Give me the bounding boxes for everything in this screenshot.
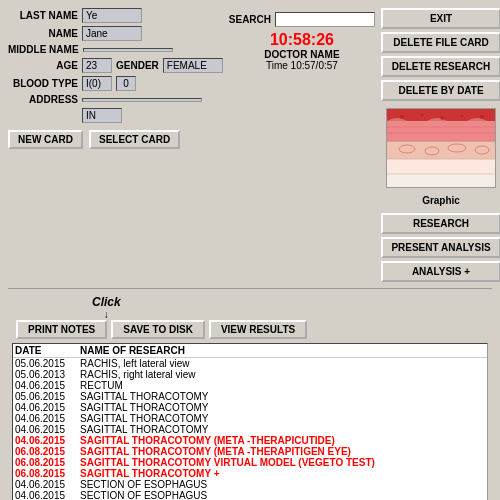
list-item[interactable]: 05.06.2015SAGITTAL THORACOTOMY [13,391,487,402]
print-notes-button[interactable]: PRINT NOTES [16,320,107,339]
middle-name-value [83,48,173,52]
list-item-date: 04.06.2015 [15,380,80,391]
list-item[interactable]: 04.06.2015SECTION OF ESOPHAGUS [13,479,487,490]
list-item-name: SAGITTAL THORACOTOMY (META -THERAPITIGEN… [80,446,485,457]
list-item-name: SAGITTAL THORACOTOMY + [80,468,485,479]
last-name-value: Ye [82,8,142,23]
age-label: AGE [8,60,78,71]
svg-rect-2 [387,121,496,141]
new-card-button[interactable]: NEW CARD [8,130,83,149]
address-value [82,98,202,102]
list-header-name: NAME OF RESEARCH [80,345,485,356]
research-button[interactable]: RESEARCH [381,213,500,234]
last-name-label: LAST NAME [8,10,78,21]
analysis-plus-button[interactable]: ANALYSIS + [381,261,500,282]
graphic-image [386,108,496,188]
blood-zero-value: 0 [116,76,136,91]
list-item-date: 04.06.2015 [15,435,80,446]
list-item-name: RACHIS, right lateral view [80,369,485,380]
list-item-date: 06.08.2015 [15,468,80,479]
delete-by-date-button[interactable]: DELETE BY DATE [381,80,500,101]
save-to-disk-button[interactable]: SAVE TO DISK [111,320,205,339]
time-small: Time 10:57/0:57 [266,60,338,71]
list-item[interactable]: 04.06.2015RECTUM [13,380,487,391]
gender-label: GENDER [116,60,159,71]
list-header-date: DATE [15,345,80,356]
select-card-button[interactable]: SELECT CARD [89,130,180,149]
list-item-date: 05.06.2015 [15,358,80,369]
blood-label: BLOOD TYPE [8,78,78,89]
time-display: 10:58:26 [270,31,334,49]
list-item-name: RACHIS, left lateral view [80,358,485,369]
list-item-name: SAGITTAL THORACOTOMY [80,391,485,402]
graphic-label: Graphic [381,195,500,206]
svg-point-9 [421,114,424,117]
research-list: DATE NAME OF RESEARCH 05.06.2015RACHIS, … [12,343,488,500]
svg-point-10 [440,116,444,120]
list-item[interactable]: 04.06.2015SAGITTAL THORACOTOMY [13,413,487,424]
list-item-date: 05.06.2013 [15,369,80,380]
list-item-date: 04.06.2015 [15,479,80,490]
list-item-name: RECTUM [80,380,485,391]
address-label: ADDRESS [8,94,78,105]
svg-rect-6 [387,159,496,174]
svg-point-12 [480,115,484,119]
middle-name-label: MIDDLE NAME [8,44,79,55]
list-item[interactable]: 06.08.2015SAGITTAL THORACOTOMY (META -TH… [13,446,487,457]
age-value: 23 [82,58,112,73]
list-item[interactable]: 06.08.2015SAGITTAL THORACOTOMY VIRTUAL M… [13,457,487,468]
list-item-date: 06.08.2015 [15,446,80,457]
list-item-date: 05.06.2015 [15,391,80,402]
list-item-date: 04.06.2015 [15,402,80,413]
click-arrow-icon: ↓ [104,309,109,320]
list-item-name: SAGITTAL THORACOTOMY [80,413,485,424]
delete-file-card-button[interactable]: DELETE FILE CARD [381,32,500,53]
click-label: Click [92,295,121,309]
view-results-button[interactable]: VIEW RESULTS [209,320,307,339]
list-item-name: SAGITTAL THORACOTOMY (META -THERAPICUTID… [80,435,485,446]
list-item[interactable]: 04.06.2015SAGITTAL THORACOTOMY [13,424,487,435]
list-item-name: SAGITTAL THORACOTOMY VIRTUAL MODEL (VEGE… [80,457,485,468]
list-item[interactable]: 06.08.2015SAGITTAL THORACOTOMY + [13,468,487,479]
svg-point-11 [461,115,464,118]
list-item[interactable]: 05.06.2015RACHIS, left lateral view [13,358,487,369]
svg-rect-5 [387,141,496,159]
list-item-name: SAGITTAL THORACOTOMY [80,402,485,413]
doctor-label: DOCTOR NAME [264,49,339,60]
svg-rect-7 [387,174,496,188]
separator [8,288,492,289]
list-item[interactable]: 04.06.2015SAGITTAL THORACOTOMY [13,402,487,413]
list-item-name: SAGITTAL THORACOTOMY [80,424,485,435]
list-item-date: 06.08.2015 [15,457,80,468]
blood-type-value: I(0) [82,76,112,91]
list-item-name: SECTION OF ESOPHAGUS [80,490,485,500]
name-label: NAME [8,28,78,39]
list-item-date: 04.06.2015 [15,490,80,500]
search-label: SEARCH [229,14,271,25]
list-item-name: SECTION OF ESOPHAGUS [80,479,485,490]
svg-point-8 [400,115,404,119]
list-item[interactable]: 04.06.2015SECTION OF ESOPHAGUS [13,490,487,500]
list-header: DATE NAME OF RESEARCH [13,344,487,358]
search-input[interactable] [275,12,375,27]
exit-button[interactable]: EXIT [381,8,500,29]
list-item-date: 04.06.2015 [15,413,80,424]
name-value: Jane [82,26,142,41]
gender-value: FEMALE [163,58,223,73]
delete-research-button[interactable]: DELETE RESEARCH [381,56,500,77]
list-item-date: 04.06.2015 [15,424,80,435]
in-value: IN [82,108,122,123]
present-analysis-button[interactable]: PRESENT ANALYSIS [381,237,500,258]
list-item[interactable]: 05.06.2013RACHIS, right lateral view [13,369,487,380]
list-item[interactable]: 04.06.2015SAGITTAL THORACOTOMY (META -TH… [13,435,487,446]
